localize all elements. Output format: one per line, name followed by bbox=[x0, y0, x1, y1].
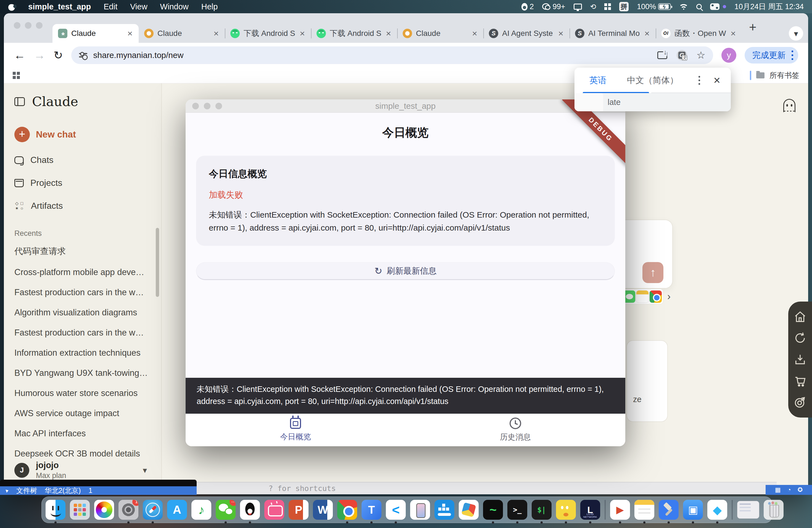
chrome-update-button[interactable]: 完成更新 bbox=[744, 47, 798, 63]
reload-button[interactable]: ↻ bbox=[54, 50, 63, 61]
browser-profile-avatar[interactable]: y bbox=[721, 48, 736, 63]
sidebar-scrollbar[interactable] bbox=[156, 228, 159, 297]
recent-chat-item[interactable]: Cross-platform mobile app deve… bbox=[14, 267, 147, 277]
tab-close-icon[interactable]: × bbox=[385, 28, 392, 39]
tab-close-icon[interactable]: × bbox=[644, 28, 650, 39]
browser-tab[interactable]: Claude × bbox=[53, 24, 139, 43]
notification-icon[interactable]: ◔ bbox=[787, 486, 791, 494]
recent-chat-item[interactable]: BYD Yangwang U9X tank-towing… bbox=[14, 368, 147, 378]
notes-mini-icon[interactable] bbox=[636, 290, 649, 303]
recent-chat-item[interactable]: AWS service outage impact bbox=[14, 408, 147, 419]
window-grid-icon[interactable] bbox=[604, 3, 611, 10]
traffic-lights[interactable] bbox=[14, 22, 43, 29]
ghost-icon[interactable] bbox=[783, 99, 795, 112]
translate-tab-chinese[interactable]: 中文（简体） bbox=[627, 75, 678, 86]
menu-datetime[interactable]: 10月24日 周五 12:34 bbox=[735, 2, 804, 12]
back-button[interactable]: ← bbox=[14, 49, 25, 61]
sidebar-item-projects[interactable]: Projects bbox=[14, 178, 161, 188]
ide-region-label[interactable]: 华北2(北京) bbox=[45, 486, 81, 495]
browser-tab[interactable]: 下载 Android St × bbox=[311, 24, 397, 43]
all-bookmarks-button[interactable]: 所有书签 bbox=[769, 70, 799, 80]
tab-close-icon[interactable]: × bbox=[299, 28, 305, 39]
search-icon[interactable] bbox=[696, 4, 702, 10]
recent-chat-item[interactable]: 代码审查请求 bbox=[14, 246, 147, 257]
download-icon[interactable] bbox=[794, 353, 807, 366]
tab-close-icon[interactable]: × bbox=[730, 28, 736, 39]
app-zoom-button[interactable] bbox=[215, 103, 222, 109]
url-text[interactable]: share.mynanian.top/new bbox=[93, 50, 651, 60]
tray-chevron-icon[interactable]: › bbox=[667, 291, 671, 303]
bookmark-star-icon[interactable]: ☆ bbox=[697, 49, 706, 61]
suggestion-card[interactable]: ze bbox=[626, 340, 668, 422]
tab-search-chevron[interactable]: ▾ bbox=[789, 26, 803, 41]
translate-close-icon[interactable]: × bbox=[713, 75, 720, 86]
translate-tab-english[interactable]: 英语 bbox=[590, 75, 607, 86]
qq-status-item[interactable]: 2 bbox=[521, 2, 534, 11]
ide-file-tree-label[interactable]: 文件树 bbox=[16, 486, 37, 495]
browser-tab[interactable]: AI Agent Syste × bbox=[483, 24, 569, 43]
browser-menu-icon[interactable] bbox=[792, 50, 793, 60]
tab-close-icon[interactable]: × bbox=[472, 28, 478, 39]
close-window-button[interactable] bbox=[14, 22, 20, 29]
menu-app-name[interactable]: simple_test_app bbox=[28, 2, 91, 11]
site-settings-icon[interactable] bbox=[79, 52, 87, 59]
browser-tab[interactable]: 函数・Open We × bbox=[656, 24, 742, 43]
install-app-icon[interactable] bbox=[657, 52, 667, 59]
sidebar-toggle-icon[interactable] bbox=[14, 97, 25, 106]
app-close-button[interactable] bbox=[192, 103, 199, 109]
time-machine-icon[interactable]: ⟲ bbox=[590, 2, 596, 11]
apps-grid-icon[interactable] bbox=[13, 72, 20, 79]
browser-tab[interactable]: Claude × bbox=[139, 24, 225, 43]
grid-icon[interactable]: ▦ bbox=[775, 486, 781, 494]
user-menu[interactable]: J jojojo Max plan ▾ bbox=[14, 460, 147, 480]
display-icon[interactable] bbox=[574, 4, 582, 10]
sidebar-item-artifacts[interactable]: ◇□✶○ Artifacts bbox=[14, 201, 161, 211]
address-bar[interactable]: share.mynanian.top/new ☆ bbox=[71, 46, 713, 64]
recent-chat-item[interactable]: Information extraction techniques bbox=[14, 348, 147, 358]
menu-item-edit[interactable]: Edit bbox=[104, 2, 117, 11]
cart-icon[interactable] bbox=[794, 375, 807, 387]
battery-status-item[interactable]: 100%ϟ bbox=[637, 2, 671, 11]
translate-options-icon[interactable] bbox=[698, 75, 700, 85]
wifi-icon[interactable] bbox=[679, 3, 688, 10]
browser-tab[interactable]: 下载 Android St × bbox=[225, 24, 311, 43]
refresh-button[interactable]: ↻ 刷新最新信息 bbox=[196, 262, 615, 280]
app-title-bar[interactable]: simple_test_app bbox=[186, 99, 625, 113]
forward-button[interactable]: → bbox=[34, 49, 45, 61]
recent-chat-item[interactable]: Humorous water store scenarios bbox=[14, 388, 147, 398]
refresh-icon[interactable] bbox=[794, 332, 807, 344]
home-icon[interactable] bbox=[794, 310, 807, 323]
tab-close-icon[interactable]: × bbox=[127, 28, 133, 39]
browser-tab[interactable]: Claude × bbox=[397, 24, 483, 43]
sidebar-item-chats[interactable]: Chats bbox=[14, 155, 161, 165]
nav-tab-today[interactable]: 今日概览 bbox=[186, 414, 405, 446]
send-button[interactable]: ↑ bbox=[642, 262, 663, 283]
menu-item-window[interactable]: Window bbox=[160, 2, 189, 11]
apple-menu-icon[interactable] bbox=[8, 2, 15, 11]
minimize-window-button[interactable] bbox=[25, 22, 31, 29]
tab-close-icon[interactable]: × bbox=[557, 28, 564, 39]
zoom-window-button[interactable] bbox=[36, 22, 43, 29]
menu-item-help[interactable]: Help bbox=[201, 2, 218, 11]
recent-chat-item[interactable]: Deepseek OCR 3B model details bbox=[14, 449, 147, 459]
app-traffic-lights[interactable] bbox=[192, 103, 222, 109]
badge-icon[interactable]: ✪ bbox=[798, 486, 802, 494]
input-method-icon[interactable]: 拼 bbox=[619, 2, 628, 11]
recent-chat-item[interactable]: Fastest production cars in the w… bbox=[14, 328, 147, 338]
recent-chat-item[interactable]: Fastest production cars in the w… bbox=[14, 288, 147, 297]
claude-logo[interactable]: Claude bbox=[32, 94, 78, 109]
wechat-status-item[interactable]: 99+ bbox=[542, 2, 565, 11]
recent-chat-item[interactable]: Mac API interfaces bbox=[14, 429, 147, 439]
browser-tab[interactable]: AI Terminal Mo × bbox=[569, 24, 656, 43]
translate-icon[interactable] bbox=[677, 50, 687, 60]
tab-close-icon[interactable]: × bbox=[213, 28, 219, 39]
menu-item-view[interactable]: View bbox=[130, 2, 147, 11]
nav-tab-history[interactable]: 历史消息 bbox=[405, 414, 625, 446]
share-circle-icon[interactable] bbox=[794, 396, 807, 409]
new-chat-button[interactable]: + New chat bbox=[14, 127, 161, 142]
recent-chat-item[interactable]: Algorithm visualization diagrams bbox=[14, 308, 147, 318]
new-tab-button[interactable]: + bbox=[749, 21, 756, 33]
chrome-mini-icon[interactable] bbox=[649, 290, 662, 303]
app-minimize-button[interactable] bbox=[204, 103, 211, 109]
control-center-icon[interactable] bbox=[710, 3, 720, 10]
